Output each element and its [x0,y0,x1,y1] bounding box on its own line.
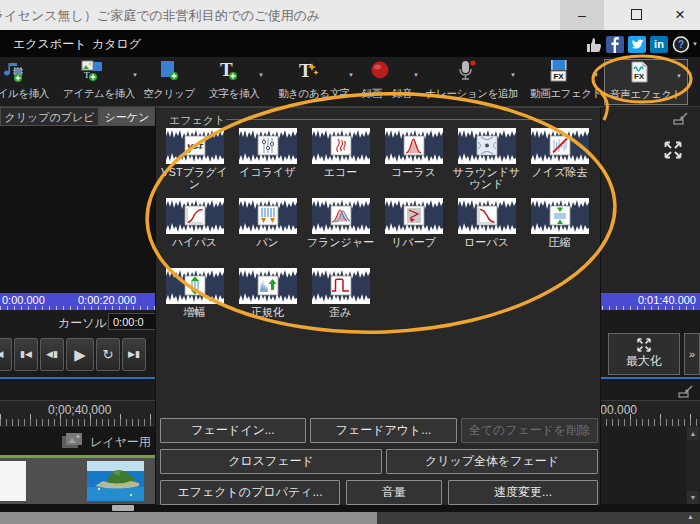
transport-step-forward-button[interactable]: ▶▮ [122,338,146,371]
toolbar-button-label: ファイルを挿入 [0,87,49,101]
toolbar-button-label: 文字を挿入 [209,87,260,101]
pan-icon [239,198,297,234]
loop-icon: ↻ [103,347,114,362]
scroll-down-icon[interactable]: ▼ [687,491,699,504]
effect-label: コーラス [391,166,436,178]
audio-effects-icon: FX [626,60,652,86]
insert-file-button[interactable]: ファイルを挿入 [0,59,50,103]
cursor-time-field[interactable]: 0:00:0 [108,313,160,330]
insert-item-button[interactable]: T ▼ アイテムを挿入 [56,59,142,103]
effect-item-lowpass[interactable]: ローパス [450,198,523,268]
blank-clip-button[interactable]: 空クリップ [140,59,198,103]
fullscreen-icon[interactable] [663,140,683,160]
speed-change-button[interactable]: 速度変更... [448,480,598,505]
menu-catalog[interactable]: カタログ [92,36,141,53]
help-dropdown-arrow-icon[interactable]: ▼ [692,41,698,47]
right-preview-area [601,107,700,293]
effect-item-flanger[interactable]: フランジャー [304,198,377,268]
blank-clip-icon [157,59,181,85]
insert-text-button[interactable]: T ▼ 文字を挿入 [198,59,270,103]
vst-plugin-icon: VST [166,128,224,164]
cursor-label: カーソル: [58,315,110,332]
island-clip-thumbnail[interactable] [87,461,144,501]
add-narration-button[interactable]: ▼ ナレーションを追加 [420,59,524,103]
horizontal-scrollbar-thumb[interactable] [112,505,134,511]
menu-export[interactable]: エクスポート [13,36,86,53]
effect-item-noise-removal[interactable]: ノイズ除去 [523,128,596,198]
corner-scroll-up-icon[interactable]: ▲ [687,513,694,520]
effect-item-reverb[interactable]: リバーブ [377,198,450,268]
animated-text-button[interactable]: T ▼ 動きのある文字 [268,59,360,103]
effect-item-compress[interactable]: 圧縮 [523,198,596,268]
timeline-clip-area[interactable] [0,458,155,504]
maximize-preview-button[interactable]: 最大化 [608,333,680,375]
equalizer-icon [239,128,297,164]
timeline-undock-icon[interactable] [678,385,694,399]
tab-clip-preview[interactable]: クリップのプレビュー [0,107,99,126]
effect-item-normalize[interactable]: 正規化 [231,268,304,338]
help-icon[interactable]: ? [672,36,690,53]
volume-button[interactable]: 音量 [346,480,442,505]
highpass-icon [166,198,224,234]
status-bar-right [377,512,700,524]
toolbar-button-label: アイテムを挿入 [63,87,135,101]
chorus-icon [385,128,443,164]
insert-item-dropdown-icon[interactable]: ▼ [132,72,138,78]
insert-item-icon: T [81,59,105,85]
transport-skip-start-button[interactable]: ▮◀ [14,338,38,371]
video-effects-button[interactable]: FX ▼ 動画エフェクト [528,59,604,103]
maximize-window-button[interactable] [614,0,658,30]
like-icon[interactable] [584,36,602,53]
toolbar: ファイルを挿入 T ▼ アイテムを挿入 空クリップ T ▼ 文字を挿入 [0,57,700,107]
transport-play-button[interactable]: ▶ [66,338,94,371]
effect-properties-button[interactable]: エフェクトのプロパティ... [160,480,340,505]
vertical-scrollbar[interactable]: ▲ ▼ [686,427,700,504]
fade-in-button[interactable]: フェードイン... [160,418,306,443]
effect-label: 増幅 [184,306,206,318]
transport-loop-button[interactable]: ↻ [96,338,120,371]
record-button[interactable]: ▼ 録画・録音 [352,59,422,103]
close-button[interactable]: × [658,0,700,30]
effect-item-chorus[interactable]: コーラス [377,128,450,198]
close-icon: × [675,5,685,24]
effect-label: パン [256,236,279,248]
effect-item-surround[interactable]: サラウンドサウンド [450,128,523,198]
tab-sequence[interactable]: シーケンス [99,107,155,126]
record-dropdown-icon[interactable]: ▼ [413,72,419,78]
scroll-up-icon[interactable]: ▲ [687,427,699,440]
transport-step-back-button[interactable]: ◀▮ [40,338,64,371]
fade-out-button[interactable]: フェードアウト... [310,418,457,443]
toolbar-button-label: 動きのある文字 [278,87,350,101]
effect-item-equalizer[interactable]: イコライザ [231,128,304,198]
minimize-button[interactable]: – [560,0,604,30]
fade-whole-clip-button[interactable]: クリップ全体をフェード [386,449,598,474]
insert-text-icon: T [216,59,240,85]
preview-overflow-button[interactable]: » [684,333,700,375]
twitter-icon[interactable] [628,36,646,53]
title-bar: ライセンス無し）ご家庭での非営利目的でのご使用のみ – × [0,0,700,31]
crossfade-button[interactable]: クロスフェード [160,449,382,474]
effect-label: エコー [324,166,358,178]
linkedin-icon[interactable]: in [650,36,668,53]
effect-item-highpass[interactable]: ハイパス [158,198,231,268]
blank-clip-thumbnail[interactable] [0,461,26,501]
video-effects-dropdown-icon[interactable]: ▼ [593,72,599,78]
audio-effects-button[interactable]: FX ▼ 音声エフェクト [604,59,688,105]
effect-label: 圧縮 [549,236,571,248]
facebook-icon[interactable] [606,36,624,53]
maximize-icon [631,9,642,20]
effect-item-amplify[interactable]: 増幅 [158,268,231,338]
sequence-preview-area [0,126,155,293]
narration-dropdown-icon[interactable]: ▼ [510,72,516,78]
transport-prev-button[interactable]: ◀ [0,338,12,371]
effect-item-echo[interactable]: エコー [304,128,377,198]
window-title: ライセンス無し）ご家庭での非営利目的でのご使用のみ [0,7,320,25]
insert-text-dropdown-icon[interactable]: ▼ [258,72,264,78]
effect-label: ノイズ除去 [532,166,588,178]
undock-icon[interactable] [673,112,689,126]
effect-item-vst-plugin[interactable]: VST VSTプラグイン [158,128,231,198]
svg-text:FX: FX [634,72,645,81]
effect-item-distortion[interactable]: 歪み [304,268,377,338]
effect-item-pan[interactable]: パン [231,198,304,268]
audio-effects-dropdown-icon[interactable]: ▼ [676,73,682,79]
